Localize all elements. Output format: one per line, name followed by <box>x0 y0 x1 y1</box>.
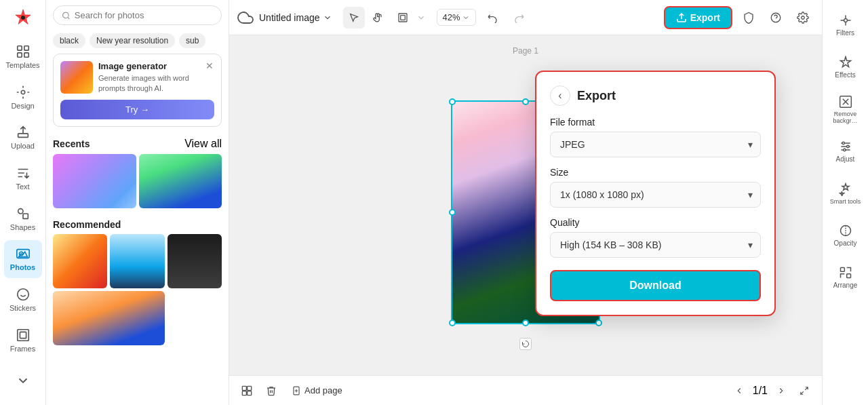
sidebar-item-photos[interactable]: Photos <box>4 240 42 278</box>
rotate-handle[interactable] <box>519 338 532 350</box>
image-gen-try-button[interactable]: Try → <box>60 100 214 119</box>
svg-point-7 <box>18 208 22 213</box>
add-page-button[interactable]: Add page <box>286 383 348 398</box>
quality-select[interactable]: Low Medium High (154 KB – 308 KB) <box>550 232 761 258</box>
sidebar-more-button[interactable] <box>4 362 42 400</box>
handle-bottom-middle[interactable] <box>522 320 529 326</box>
sidebar-item-text[interactable]: Text <box>4 159 42 197</box>
sidebar-item-stickers[interactable]: Stickers <box>4 281 42 319</box>
topbar: Untitled image 42% Exp <box>229 0 822 35</box>
export-panel: ‹ Export File format JPEG PNG PDF SVG GI… <box>535 71 776 316</box>
page-indicator: 1/1 <box>753 385 768 397</box>
smart-tools-tool[interactable]: Smart tools <box>827 174 865 213</box>
frame-toggle-button[interactable] <box>237 381 256 400</box>
page-label: Page 1 <box>513 46 538 56</box>
image-gen-close-button[interactable]: ✕ <box>203 60 216 72</box>
sidebar-item-design[interactable]: Design <box>4 78 42 116</box>
svg-point-0 <box>21 16 25 20</box>
tag-new-year[interactable]: New year resolution <box>90 33 175 48</box>
arrange-tool[interactable]: Arrange <box>827 258 865 297</box>
handle-bottom-left[interactable] <box>449 320 456 326</box>
chevron-down-icon <box>416 13 426 22</box>
document-title[interactable]: Untitled image <box>259 12 332 23</box>
download-button[interactable]: Download <box>550 270 761 301</box>
svg-rect-1 <box>17 46 21 50</box>
redo-button[interactable] <box>509 7 530 28</box>
svg-point-24 <box>844 19 847 22</box>
expand-icon <box>800 386 809 396</box>
select-tool-button[interactable] <box>343 7 365 28</box>
recent-photo-1[interactable] <box>53 154 136 208</box>
zoom-chevron-icon <box>462 14 470 22</box>
canvas-area[interactable]: Page 1 ‹ Export <box>229 35 822 375</box>
svg-rect-20 <box>248 386 252 390</box>
export-button[interactable]: Export <box>664 6 732 29</box>
export-back-button[interactable]: ‹ <box>550 85 570 106</box>
svg-rect-16 <box>400 15 405 20</box>
next-page-button[interactable] <box>772 381 791 400</box>
file-format-field: File format JPEG PNG PDF SVG GIF ▾ <box>550 117 761 157</box>
recents-view-all[interactable]: View all <box>184 138 222 150</box>
svg-rect-12 <box>17 329 28 341</box>
svg-point-17 <box>771 13 781 22</box>
file-format-select[interactable]: JPEG PNG PDF SVG GIF <box>550 132 761 157</box>
svg-rect-3 <box>17 53 21 57</box>
recent-photo-2[interactable] <box>139 154 222 208</box>
search-bar[interactable] <box>53 5 222 25</box>
handle-top-left[interactable] <box>449 98 456 105</box>
effects-tool[interactable]: Effects <box>827 47 865 87</box>
shield-icon-button[interactable] <box>738 7 760 28</box>
recommended-photo-1[interactable] <box>53 234 107 288</box>
sidebar-item-frames[interactable]: Frames <box>4 321 42 359</box>
svg-point-18 <box>802 16 805 19</box>
zoom-control[interactable]: 42% <box>437 9 476 26</box>
page-navigation: 1/1 <box>730 381 814 400</box>
handle-middle-left[interactable] <box>449 209 456 216</box>
search-input[interactable] <box>75 10 213 20</box>
settings-icon-button[interactable] <box>792 7 814 28</box>
export-icon <box>676 12 687 23</box>
handle-bottom-right[interactable] <box>595 320 602 326</box>
frame-tool-button[interactable] <box>392 7 414 28</box>
expand-button[interactable] <box>795 381 814 400</box>
right-sidebar: Filters Effects Remove backgr… Adjust Sm… <box>822 0 868 405</box>
hand-tool-button[interactable] <box>368 7 389 28</box>
photos-panel: black New year resolution sub Image gene… <box>46 0 229 405</box>
search-icon <box>62 11 71 20</box>
quality-select-wrapper: Low Medium High (154 KB – 308 KB) ▾ <box>550 232 761 258</box>
app-logo[interactable] <box>11 5 35 30</box>
tag-black[interactable]: black <box>53 33 85 48</box>
tag-sub[interactable]: sub <box>179 33 205 48</box>
adjust-tool[interactable]: Adjust <box>827 132 865 171</box>
prev-page-icon <box>734 386 744 396</box>
opacity-tool[interactable]: Opacity <box>827 216 865 255</box>
adjust-label: Adjust <box>836 155 855 163</box>
trash-button[interactable] <box>262 381 281 400</box>
sidebar-label-upload: Upload <box>11 142 35 150</box>
recommended-photo-3[interactable] <box>167 234 222 288</box>
svg-rect-4 <box>24 53 28 57</box>
recommended-photo-4[interactable] <box>53 291 165 345</box>
svg-point-28 <box>843 149 845 151</box>
filters-label: Filters <box>836 29 854 37</box>
sidebar-item-upload[interactable]: Upload <box>4 119 42 157</box>
size-select[interactable]: 1x (1080 x 1080 px) 2x (2160 x 2160 px) … <box>550 182 761 208</box>
handle-top-middle[interactable] <box>522 98 529 105</box>
svg-rect-30 <box>840 268 844 272</box>
recommended-photo-2[interactable] <box>110 234 164 288</box>
svg-rect-2 <box>24 46 28 50</box>
help-icon-button[interactable] <box>765 7 787 28</box>
toolbar-tools <box>343 7 426 28</box>
filters-tool[interactable]: Filters <box>827 5 865 45</box>
svg-rect-31 <box>846 274 850 278</box>
recents-header: Recents View all <box>46 134 229 154</box>
prev-page-button[interactable] <box>730 381 749 400</box>
quality-field: Quality Low Medium High (154 KB – 308 KB… <box>550 217 761 258</box>
opacity-label: Opacity <box>834 239 857 247</box>
size-select-wrapper: 1x (1080 x 1080 px) 2x (2160 x 2160 px) … <box>550 182 761 208</box>
undo-button[interactable] <box>481 7 503 28</box>
remove-bg-tool[interactable]: Remove backgr… <box>827 90 865 129</box>
sidebar-item-shapes[interactable]: Shapes <box>4 199 42 237</box>
svg-rect-6 <box>18 134 28 138</box>
sidebar-item-templates[interactable]: Templates <box>4 38 42 76</box>
